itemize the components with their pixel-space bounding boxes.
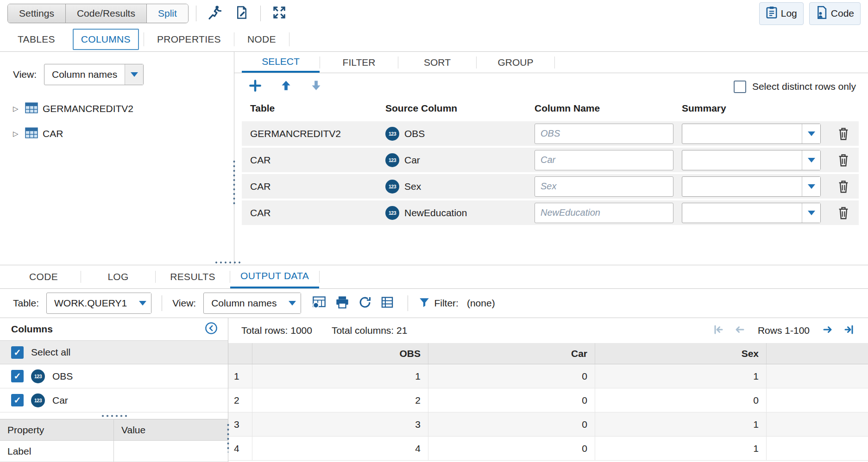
select-row: CAR 123NewEducation — [242, 200, 859, 225]
output-data-toolbar: Table: WORK.QUERY1 View: Column names Fi… — [0, 289, 868, 318]
select-row-table: CAR — [242, 207, 385, 219]
cell-obs: 4 — [252, 437, 428, 460]
tree-view-dropdown-value: Column names — [44, 64, 125, 85]
total-columns-label: Total columns: 21 — [332, 325, 407, 336]
code-icon — [816, 6, 828, 21]
summary-dropdown-value — [682, 177, 697, 196]
numeric-column-icon: 123 — [385, 180, 399, 194]
expand-caret-icon[interactable]: ▷ — [13, 130, 20, 138]
tab-code[interactable]: CODE — [6, 265, 81, 288]
tree-item-germancreditv2[interactable]: ▷ GERMANCREDITV2 — [13, 99, 234, 119]
column-properties-button[interactable] — [381, 296, 394, 311]
tree-view-dropdown[interactable]: Column names — [44, 64, 144, 85]
columns-panel-title: Columns — [11, 324, 53, 335]
numeric-column-icon: 123 — [31, 393, 45, 407]
tab-columns[interactable]: COLUMNS — [73, 29, 139, 50]
summary-dropdown[interactable] — [682, 203, 821, 223]
horizontal-splitter-handle[interactable] — [0, 412, 228, 419]
delete-row-button[interactable] — [828, 127, 859, 140]
next-page-button[interactable] — [822, 324, 834, 337]
tab-log[interactable]: LOG — [81, 265, 155, 288]
chevron-down-icon — [802, 150, 820, 170]
select-row-source: NewEducation — [404, 207, 467, 219]
horizontal-splitter-handle[interactable] — [214, 261, 241, 264]
numeric-column-icon: 123 — [31, 369, 45, 383]
tab-tables[interactable]: TABLES — [5, 29, 68, 50]
tab-results[interactable]: RESULTS — [156, 265, 230, 288]
column-checkbox[interactable]: ✓ — [11, 370, 24, 382]
header-car: Car — [428, 343, 595, 364]
chevron-down-icon — [125, 64, 143, 85]
tab-select[interactable]: SELECT — [242, 52, 320, 73]
delete-row-button[interactable] — [828, 180, 859, 193]
previous-page-button[interactable] — [734, 324, 746, 337]
last-page-button[interactable] — [843, 324, 855, 337]
summary-dropdown[interactable] — [682, 176, 821, 197]
expand-caret-icon[interactable]: ▷ — [13, 105, 20, 113]
table-row: 3 3 0 1 — [228, 412, 868, 437]
cell-sex: 0 — [595, 388, 767, 412]
tables-tree-panel: View: Column names ▷ GERMANCREDITV2 ▷ CA… — [0, 52, 234, 265]
chevron-down-icon — [134, 293, 151, 313]
code-results-button[interactable]: Code/Results — [66, 4, 147, 23]
summary-dropdown[interactable] — [682, 124, 821, 144]
builder-content: View: Column names ▷ GERMANCREDITV2 ▷ CA… — [0, 52, 868, 265]
row-number: 3 — [228, 412, 252, 436]
run-button[interactable] — [204, 3, 226, 24]
summary-dropdown-value — [682, 150, 697, 170]
collapse-panel-button[interactable] — [205, 322, 218, 337]
pagination-controls: Rows 1-100 — [712, 324, 855, 337]
vertical-splitter-handle[interactable] — [226, 423, 230, 452]
tab-sort[interactable]: SORT — [398, 52, 476, 73]
column-checkbox[interactable]: ✓ — [11, 394, 24, 406]
print-button[interactable] — [335, 296, 349, 311]
cell-sex: 1 — [595, 412, 767, 436]
output-table-dropdown[interactable]: WORK.QUERY1 — [46, 293, 151, 314]
table-info-bar: Total rows: 1000 Total columns: 21 Rows … — [228, 318, 868, 343]
select-columns-grid: Table Source Column Column Name Summary … — [234, 100, 868, 227]
chevron-down-icon — [802, 124, 820, 144]
log-button[interactable]: Log — [759, 2, 804, 25]
property-grid: Property Value Label — [0, 419, 228, 462]
open-table-viewer-button[interactable] — [312, 296, 326, 311]
column-name-input[interactable] — [535, 150, 673, 170]
summary-dropdown[interactable] — [682, 150, 821, 170]
tree-item-car[interactable]: ▷ CAR — [13, 124, 234, 144]
column-name-input[interactable] — [535, 176, 673, 197]
vertical-splitter-handle[interactable] — [232, 159, 236, 206]
delete-row-button[interactable] — [828, 154, 859, 167]
first-page-button[interactable] — [712, 324, 724, 337]
tab-group[interactable]: GROUP — [477, 52, 554, 73]
settings-button[interactable]: Settings — [8, 4, 66, 23]
refresh-button[interactable] — [359, 296, 371, 311]
tables-tree: ▷ GERMANCREDITV2 ▷ CAR — [13, 99, 234, 144]
add-column-button[interactable] — [248, 79, 262, 95]
column-name-input[interactable] — [535, 124, 673, 144]
tab-output-data[interactable]: OUTPUT DATA — [230, 265, 319, 288]
tab-filter[interactable]: FILTER — [320, 52, 398, 73]
tree-item-label: CAR — [43, 128, 63, 139]
tab-properties[interactable]: PROPERTIES — [144, 29, 234, 50]
distinct-rows-checkbox[interactable] — [734, 81, 746, 93]
select-all-label: Select all — [31, 347, 70, 358]
select-row: CAR 123Sex — [242, 174, 859, 199]
summary-dropdown-value — [682, 124, 697, 144]
rows-range-label: Rows 1-100 — [758, 325, 810, 336]
tab-node[interactable]: NODE — [234, 29, 289, 50]
code-button[interactable]: Code — [809, 2, 861, 25]
output-view-dropdown[interactable]: Column names — [203, 293, 301, 314]
column-name-input[interactable] — [535, 203, 673, 223]
output-data-table-panel: Total rows: 1000 Total columns: 21 Rows … — [228, 318, 868, 462]
select-row: CAR 123Car — [242, 148, 859, 172]
maximize-button[interactable] — [268, 3, 290, 24]
move-up-button[interactable] — [280, 79, 292, 94]
cell-car: 0 — [428, 437, 595, 460]
delete-row-button[interactable] — [828, 206, 859, 219]
edit-document-button[interactable] — [231, 3, 253, 24]
select-row-source: OBS — [404, 128, 425, 139]
move-down-button[interactable] — [310, 79, 322, 94]
query-tab-bar: SELECT FILTER SORT GROUP — [234, 52, 868, 73]
split-button[interactable]: Split — [147, 4, 188, 23]
property-row: Label — [0, 441, 228, 462]
select-all-checkbox[interactable]: ✓ — [11, 346, 24, 359]
